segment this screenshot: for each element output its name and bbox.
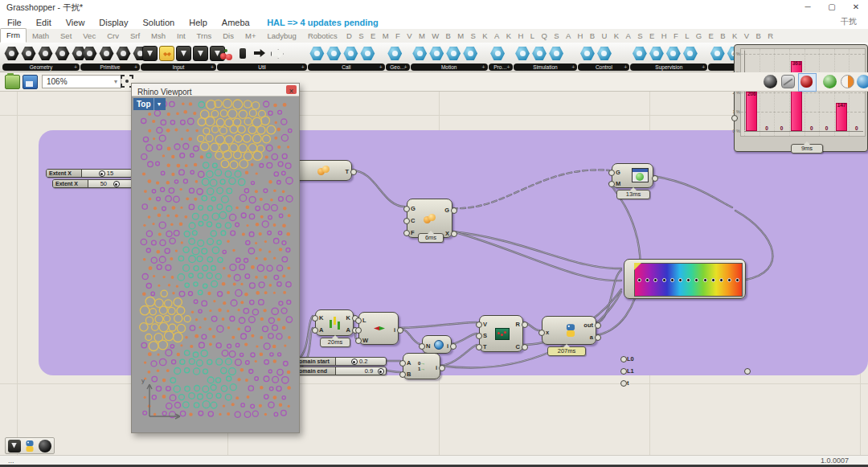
tab-letter-3[interactable]: M [379,30,392,43]
preview-output-grip[interactable] [652,175,658,182]
expand-group-icon[interactable]: + [481,63,485,71]
trigger-output-grip[interactable] [350,169,357,175]
sphere-dark-icon[interactable] [764,75,777,88]
tab-crv[interactable]: Crv [101,30,125,43]
tab-letter-21[interactable]: U [598,30,610,43]
tab-letter-7[interactable]: W [428,30,442,43]
tab-srf[interactable]: Srf [125,30,145,43]
tab-letter-23[interactable]: A [622,30,634,43]
slider-knob[interactable] [378,368,384,375]
toolbar-banner-call[interactable]: Call+ [308,63,385,71]
gradient-grip-dot[interactable] [662,278,666,282]
input-icon-2[interactable] [176,46,191,61]
title-bar[interactable]: Grasshopper - 干扰* ─ ▢ ✕ [0,0,868,15]
gradient-grip-dot[interactable] [711,278,715,282]
expand-group-icon[interactable]: + [404,63,407,71]
trigger-component[interactable] [291,160,352,181]
expand-group-icon[interactable]: + [134,63,137,71]
save-file-icon[interactable] [23,75,38,89]
populate-output-grip[interactable] [451,207,457,214]
tab-letter-17[interactable]: S [551,30,563,43]
simulation-icon-0[interactable] [515,46,530,61]
slider-knob[interactable] [351,358,358,365]
tab-letter-9[interactable]: M [454,30,467,43]
tab-letter-24[interactable]: S [634,30,646,43]
quick-graph-component[interactable]: 0 %1 %2 %3 %4 %20600363001470 9ms [734,44,868,152]
expand-group-icon[interactable]: + [379,63,383,71]
gradient-output-grip[interactable] [744,368,751,375]
view-mode-button[interactable]: Top ▼ [133,98,166,110]
sphere-blue-icon[interactable] [857,75,868,88]
tab-letter-35[interactable]: R [764,30,776,43]
tab-letter-31[interactable]: B [717,30,729,43]
anchor-input-icon[interactable] [8,440,21,453]
tab-letter-19[interactable]: H [574,30,586,43]
tab-letter-25[interactable]: E [646,30,658,43]
gradient-grip-dot[interactable] [719,278,723,282]
tab-msh[interactable]: Msh [145,30,171,43]
motion-icon-0[interactable] [412,46,428,61]
lw-input-grip[interactable] [355,317,362,324]
tab-frm[interactable]: Frm [0,28,27,43]
toolbar-banner-simulation[interactable]: Simulation+ [514,63,578,71]
gradient-grip-dot[interactable] [670,278,674,282]
open-file-icon[interactable] [5,75,20,89]
toolbar-banner-primitive[interactable]: Primitive+ [80,63,140,71]
supervision-icon-1[interactable] [649,46,664,61]
tab-letter-29[interactable]: G [693,30,706,43]
cluster-icon[interactable] [39,440,51,453]
menu-help[interactable]: Help [182,15,215,30]
gradient-input-grip[interactable] [620,380,627,387]
call-icon-0[interactable] [309,46,325,61]
tab-letter-16[interactable]: Q [538,30,551,43]
pro-icon-0[interactable] [490,46,506,61]
tab-letter-1[interactable]: S [355,30,367,43]
ab-output-grip[interactable] [439,365,445,371]
tab-letter-27[interactable]: F [670,30,682,43]
tab-letter-14[interactable]: H [514,30,526,43]
tab-letter-22[interactable]: K [611,30,623,43]
util-icon-0[interactable] [219,46,234,61]
populate-input-grip[interactable] [403,230,410,236]
vst-input-grip[interactable] [476,344,482,350]
tab-dis[interactable]: Dis [217,30,240,43]
motion-icon-2[interactable] [446,46,461,61]
expand-group-icon[interactable]: + [74,63,77,71]
slider-domain-start[interactable]: Domain start0.2 [292,357,387,366]
expand-group-icon[interactable]: + [624,63,627,71]
rhino-viewport-window[interactable]: Rhino Viewport × Top ▼ y [131,83,300,433]
tab-math[interactable]: Math [27,30,55,43]
toolbar-banner-geo[interactable]: Geo…+ [386,63,410,71]
toolbar-banner-util[interactable]: Util+ [217,63,307,71]
tab-letter-15[interactable]: L [527,30,538,43]
motion-icon-3[interactable] [463,46,478,61]
lw-input-grip[interactable] [355,338,362,344]
supervision-icon-0[interactable] [632,46,647,61]
tab-robotics[interactable]: Robotics [302,30,343,43]
vst-input-grip[interactable] [476,333,482,339]
tab-letter-26[interactable]: H [658,30,670,43]
ab-input-grip[interactable] [399,360,406,367]
slider-track[interactable]: 0.2 [336,358,386,365]
populate-output-grip[interactable] [451,231,457,237]
gradient-grip-dot[interactable] [678,278,682,282]
input-icon-1[interactable] [159,46,174,61]
vst-input-grip[interactable] [476,322,482,328]
call-icon-2[interactable] [343,46,358,61]
preview-input-grip[interactable] [608,181,615,187]
tab-letter-33[interactable]: V [741,30,753,43]
util-icon-3[interactable] [269,46,285,61]
slider-extent-x[interactable]: Extent X15 [46,169,133,178]
ab-input-grip[interactable] [399,371,406,378]
tab-letter-12[interactable]: A [491,30,503,43]
slider-track[interactable]: 50 [88,180,135,187]
primitive-icon-2[interactable] [116,46,131,61]
simulation-icon-2[interactable] [549,46,564,61]
control-icon-1[interactable] [596,46,612,61]
tab-letter-30[interactable]: E [705,30,717,43]
vst-output-grip[interactable] [522,322,528,328]
hal-update-status[interactable]: HAL => 4 updates pending [260,15,385,30]
toolbar-banner-pro[interactable]: Pro…+ [489,63,513,71]
chart-input-grip[interactable] [731,115,738,121]
units-icon-0[interactable] [710,46,725,61]
